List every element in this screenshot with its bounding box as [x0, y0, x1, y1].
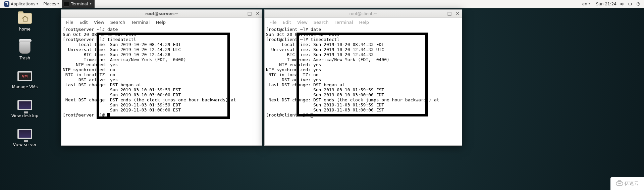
desktop-icon-view-server[interactable]: View server: [13, 127, 37, 147]
terminal-output[interactable]: [root@client ~]# date Sun Oct 20 08:45:0…: [265, 27, 462, 145]
battery-icon[interactable]: [628, 2, 633, 6]
menu-file[interactable]: File: [267, 19, 279, 26]
chevron-down-icon: ▾: [37, 2, 38, 5]
menu-help[interactable]: Help: [356, 19, 372, 26]
terminal-icon: [64, 2, 69, 6]
window-title: root@server:~: [61, 11, 262, 16]
menu-file[interactable]: File: [63, 19, 76, 26]
trash-label: Trash: [19, 56, 30, 60]
terminal-window-server[interactable]: root@server:~ — □ ✕ File Edit View Searc…: [61, 9, 262, 146]
menubar: File Edit View Search Terminal Help: [61, 18, 262, 27]
svg-rect-1: [632, 3, 632, 5]
titlebar[interactable]: root@client:~ — □ ✕: [265, 10, 462, 18]
menu-search[interactable]: Search: [311, 19, 331, 26]
view-server-label: View server: [13, 142, 37, 147]
manage-vms-label: Manage VMs: [12, 85, 38, 89]
places-menu[interactable]: Places ▾: [41, 0, 61, 8]
lang-label: en: [582, 2, 587, 6]
titlebar[interactable]: root@server:~ — □ ✕: [61, 10, 262, 18]
window-title: root@client:~: [265, 11, 462, 16]
close-button[interactable]: ✕: [454, 11, 461, 16]
panel-right: en ▾ Sun 21:24: [580, 2, 643, 6]
desktop-icons: home Trash VM Manage VMs View desktop Vi…: [8, 11, 42, 147]
minimize-button[interactable]: —: [438, 11, 444, 16]
desktop-icon-view-desktop[interactable]: View desktop: [11, 98, 38, 118]
menu-help[interactable]: Help: [153, 19, 168, 26]
active-app-label: Terminal: [71, 2, 88, 6]
menu-terminal[interactable]: Terminal: [332, 19, 356, 26]
desktop-icon-manage-vms[interactable]: VM Manage VMs: [12, 69, 38, 89]
desktop-icon-home[interactable]: home: [17, 11, 33, 32]
view-desktop-label: View desktop: [11, 113, 38, 118]
minimize-button[interactable]: —: [238, 11, 245, 16]
desktop-icon-trash[interactable]: Trash: [17, 40, 33, 60]
input-language[interactable]: en ▾: [580, 2, 593, 6]
fedora-icon: [4, 1, 9, 7]
menu-terminal[interactable]: Terminal: [128, 19, 152, 26]
terminal-window-client[interactable]: root@client:~ — □ ✕ File Edit View Searc…: [264, 9, 462, 146]
applications-menu[interactable]: Applications ▾: [1, 0, 41, 8]
clock[interactable]: Sun 21:24: [596, 2, 616, 6]
chevron-down-icon: ▾: [57, 2, 59, 5]
menubar: File Edit View Search Terminal Help: [265, 18, 462, 27]
chevron-down-icon: ▾: [90, 2, 91, 5]
places-label: Places: [43, 2, 56, 6]
svg-rect-0: [629, 3, 632, 5]
maximize-button[interactable]: □: [446, 11, 452, 16]
close-button[interactable]: ✕: [255, 11, 261, 16]
power-icon[interactable]: [636, 2, 641, 6]
menu-edit[interactable]: Edit: [280, 19, 294, 26]
watermark-text: 亿速云: [625, 181, 639, 187]
chevron-down-icon: ▾: [589, 2, 590, 5]
top-panel: Applications ▾ Places ▾ Terminal ▾ en ▾ …: [0, 0, 644, 8]
terminal-output[interactable]: [root@server ~]# date Sun Oct 20 08:45:0…: [61, 27, 262, 145]
menu-view[interactable]: View: [91, 19, 107, 26]
applications-label: Applications: [11, 2, 35, 6]
home-label: home: [19, 27, 31, 32]
active-app-indicator[interactable]: Terminal ▾: [62, 0, 95, 8]
cloud-icon: [616, 181, 623, 186]
maximize-button[interactable]: □: [247, 11, 253, 16]
volume-icon[interactable]: [620, 2, 625, 6]
menu-view[interactable]: View: [294, 19, 310, 26]
menu-search[interactable]: Search: [108, 19, 128, 26]
menu-edit[interactable]: Edit: [77, 19, 91, 26]
watermark: 亿速云: [610, 177, 644, 190]
